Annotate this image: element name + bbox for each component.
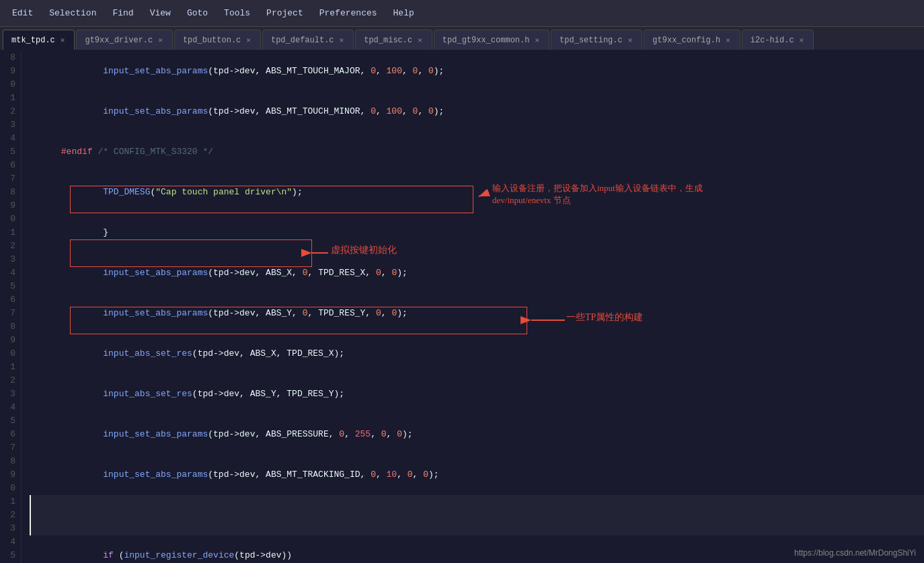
code-line: if (input_register_device(tpd->dev)) [30, 535, 924, 563]
menu-tools[interactable]: Tools [217, 5, 257, 21]
tab-close[interactable]: ✕ [627, 36, 634, 44]
menu-help[interactable]: Help [387, 5, 421, 21]
menu-project[interactable]: Project [260, 5, 310, 21]
tab-close[interactable]: ✕ [59, 36, 67, 44]
tab-close[interactable]: ✕ [798, 36, 806, 44]
tab-tpd-gt9xx-common[interactable]: tpd_gt9xx_common.h ✕ [434, 30, 549, 50]
code-line: input_set_abs_params(tpd->dev, ABS_PRESS… [30, 414, 924, 455]
code-area[interactable]: input_set_abs_params(tpd->dev, ABS_MT_TO… [22, 51, 924, 563]
tab-tpd-setting[interactable]: tpd_setting.c ✕ [551, 30, 642, 50]
menu-selection[interactable]: Selection [42, 5, 103, 21]
tab-tpd-misc[interactable]: tpd_misc.c ✕ [355, 30, 432, 50]
tab-label: tpd_misc.c [364, 36, 412, 45]
tab-gt9xx-config[interactable]: gt9xx_config.h ✕ [644, 30, 740, 50]
tab-label: tpd_gt9xx_common.h [442, 36, 530, 45]
menu-bar: Edit Selection Find View Goto Tools Proj… [0, 0, 924, 27]
code-line: #endif /* CONFIG_MTK_S3320 */ [30, 132, 924, 172]
tab-bar: mtk_tpd.c ✕ gt9xx_driver.c ✕ tpd_button.… [0, 27, 924, 51]
menu-preferences[interactable]: Preferences [313, 5, 384, 21]
code-line: input_abs_set_res(tpd->dev, ABS_X, TPD_R… [30, 334, 924, 374]
menu-edit[interactable]: Edit [5, 5, 40, 21]
tab-label: tpd_button.c [183, 36, 241, 45]
code-line: input_set_abs_params(tpd->dev, ABS_MT_TO… [30, 51, 924, 91]
tab-tpd-button[interactable]: tpd_button.c ✕ [174, 30, 261, 50]
tab-close[interactable]: ✕ [245, 36, 252, 44]
tab-label: tpd_default.c [271, 36, 334, 45]
code-line: input_set_abs_params(tpd->dev, ABS_MT_TR… [30, 455, 924, 495]
tab-i2c-hid[interactable]: i2c-hid.c ✕ [742, 30, 814, 50]
tab-tpd-default[interactable]: tpd_default.c ✕ [262, 30, 354, 50]
code-line: input_set_abs_params(tpd->dev, ABS_X, 0,… [30, 253, 924, 293]
tab-close[interactable]: ✕ [416, 36, 424, 44]
tab-close[interactable]: ✕ [338, 36, 346, 44]
tab-label: gt9xx_config.h [652, 36, 720, 45]
tab-gt9xx-driver[interactable]: gt9xx_driver.c ✕ [76, 30, 172, 50]
menu-view[interactable]: View [143, 5, 178, 21]
tab-label: gt9xx_driver.c [85, 36, 153, 45]
code-line: TPD_DMESG("Cap touch panel driver\n"); [30, 172, 924, 213]
code-line [30, 495, 924, 535]
menu-goto[interactable]: Goto [180, 5, 215, 21]
editor[interactable]: 8 9 0 1 2 3 4 5 6 7 8 9 0 1 2 3 4 5 6 7 … [0, 51, 924, 563]
code-line: input_abs_set_res(tpd->dev, ABS_Y, TPD_R… [30, 374, 924, 414]
code-line: input_set_abs_params(tpd->dev, ABS_MT_TO… [30, 91, 924, 132]
code-line: input_set_abs_params(tpd->dev, ABS_Y, 0,… [30, 293, 924, 334]
tab-label: i2c-hid.c [750, 36, 794, 45]
tab-close[interactable]: ✕ [533, 36, 541, 44]
tab-mtk-tpd[interactable]: mtk_tpd.c ✕ [3, 30, 75, 50]
tab-label: mtk_tpd.c [11, 36, 55, 45]
tab-close[interactable]: ✕ [157, 36, 164, 44]
tab-close[interactable]: ✕ [724, 36, 732, 44]
code-line: } [30, 213, 924, 253]
tab-label: tpd_setting.c [560, 36, 623, 45]
line-numbers: 8 9 0 1 2 3 4 5 6 7 8 9 0 1 2 3 4 5 6 7 … [0, 51, 22, 563]
menu-find[interactable]: Find [106, 5, 140, 21]
watermark: https://blog.csdn.net/MrDongShiYi [794, 548, 916, 558]
